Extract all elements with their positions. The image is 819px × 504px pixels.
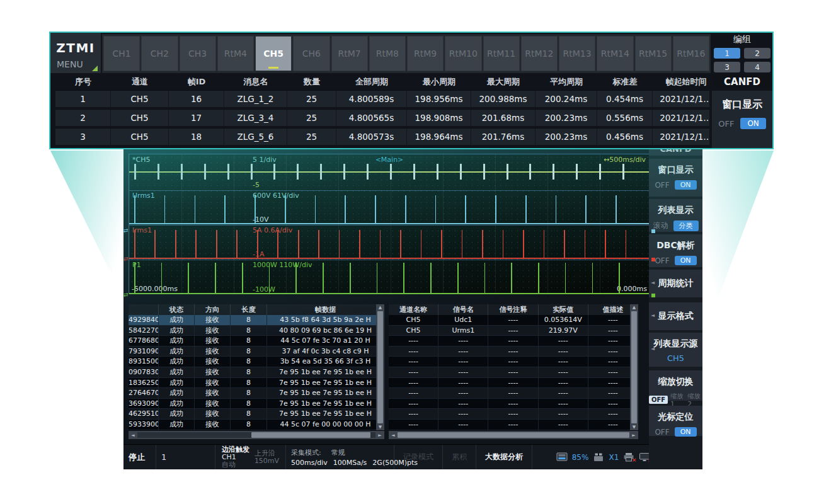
tab-ch1[interactable]: CH1: [103, 36, 140, 71]
window-display-off[interactable]: OFF: [718, 119, 734, 129]
scroll-thumb[interactable]: [251, 432, 370, 438]
sidebar-显示格式[interactable]: 显示格式◄: [649, 302, 702, 330]
pulse-tick: [134, 164, 136, 180]
vertical-scrollbar[interactable]: ▲▼: [630, 304, 638, 430]
scroll-track[interactable]: [398, 432, 629, 438]
cell: Urms1: [438, 326, 488, 336]
pulse-tick: [315, 195, 316, 223]
table-row[interactable]: 0907830成功接收87e 95 1b ee 7e 95 1b ee H: [129, 367, 384, 378]
channel-position-marker[interactable]: ⇄: [123, 256, 129, 262]
table-row[interactable]: 5842270成功接收840 80 09 69 bc 86 6e 19 H: [129, 326, 384, 336]
toggle-on-option[interactable]: ON: [675, 256, 697, 265]
table-row[interactable]: 1836250成功接收87e 95 1b ee 7e 95 1b ee H: [129, 378, 384, 389]
scroll-right-icon[interactable]: ►: [629, 433, 638, 438]
toggle-off-option[interactable]: OFF: [655, 181, 669, 190]
mode-记录模式[interactable]: 记录模式: [394, 445, 443, 469]
pulse-tick: [377, 263, 378, 293]
tab-rtm16[interactable]: RtM16: [673, 36, 709, 71]
scroll-thumb[interactable]: [398, 432, 629, 438]
waveform-area: <Main> ↔500ms/div -5000.000ms 0.000ms *C…: [129, 154, 650, 294]
scroll-thumb[interactable]: [631, 311, 637, 423]
pulse-tick: [553, 164, 554, 180]
window-display-panel: 窗口显示 OFF ON: [712, 91, 772, 148]
tab-ch6[interactable]: CH6: [293, 36, 329, 71]
vertical-scrollbar[interactable]: ▲▼: [376, 304, 384, 430]
table-row[interactable]: 6778680成功接收844 5c 07 fe 3c 70 a1 20 H: [129, 336, 384, 346]
group-button-4[interactable]: 4: [744, 62, 770, 72]
channel-tabs: CH1CH2CH3RtM4CH5CH6RtM7RtM8RtM9RtM10RtM1…: [102, 34, 711, 73]
stat-table-row[interactable]: 2CH517ZLG_3_4254.800565s198.908ms201.68m…: [55, 109, 709, 126]
table-row[interactable]: CH5Udc1----0.053614V----: [389, 315, 638, 326]
toggle-on-option[interactable]: ON: [675, 180, 697, 190]
tab-rtm13[interactable]: RtM13: [559, 36, 595, 71]
scroll-left-icon[interactable]: ◄: [389, 433, 398, 438]
toggle-off-option[interactable]: OFF: [655, 428, 669, 437]
tab-rtm10[interactable]: RtM10: [445, 36, 481, 71]
sidebar-光标定位[interactable]: 光标定位OFFON: [649, 406, 702, 436]
table-row[interactable]: 7931090成功接收837 af 4f 0c 3b c4 c8 c9 H: [129, 346, 384, 357]
stat-cell: 200.988ms: [471, 91, 536, 107]
tab-ch5[interactable]: CH5: [255, 36, 292, 71]
scroll-right-icon[interactable]: ►: [375, 433, 384, 438]
table-row[interactable]: --------------------: [389, 346, 638, 357]
sidebar-缩放切换[interactable]: 缩放切换OFF缩放1缩放2: [649, 370, 702, 401]
table-row[interactable]: 2764670成功接收87e 95 1b ee 7e 95 1b ee H: [129, 388, 384, 399]
group-button-3[interactable]: 3: [714, 62, 740, 72]
tab-rtm7[interactable]: RtM7: [331, 36, 368, 71]
pulse-tick: [380, 230, 381, 258]
sidebar-列表显示源[interactable]: 列表显示源◄CH5: [649, 333, 702, 367]
pulse-tick: [405, 195, 406, 223]
tab-rtm14[interactable]: RtM14: [597, 36, 633, 71]
scroll-thumb[interactable]: [377, 311, 383, 423]
table-row[interactable]: --------------------: [389, 336, 638, 346]
horizontal-scrollbar[interactable]: ◄►: [389, 431, 638, 439]
stat-table-row[interactable]: 3CH518ZLG_5_6254.800573s198.964ms201.76m…: [55, 128, 709, 145]
mode-累积[interactable]: 累积: [443, 445, 476, 469]
table-row[interactable]: --------------------: [389, 367, 638, 378]
tab-rtm9[interactable]: RtM9: [407, 36, 444, 71]
tab-rtm11[interactable]: RtM11: [483, 36, 520, 71]
stat-table-row[interactable]: 1CH516ZLG_1_2254.800589s198.956ms200.988…: [55, 90, 709, 107]
channel-position-marker[interactable]: ⇄: [123, 227, 129, 234]
table-row[interactable]: --------------------: [389, 357, 638, 367]
scroll-up-icon[interactable]: ▲: [633, 305, 636, 310]
channel-position-marker[interactable]: ⇄: [123, 292, 129, 298]
toggle-on-option[interactable]: 分类: [673, 220, 699, 231]
table-row[interactable]: CH5Urms1----219.97V----: [389, 326, 638, 336]
tab-rtm8[interactable]: RtM8: [369, 36, 406, 71]
table-row[interactable]: --------------------: [389, 409, 638, 420]
sidebar-列表显示[interactable]: 列表显示滚动分类: [649, 199, 702, 232]
scroll-down-icon[interactable]: ▼: [633, 425, 636, 430]
table-row[interactable]: 5933900成功接收844 5c 07 fe 00 00 00 00 H: [129, 420, 384, 430]
table-row[interactable]: 4629510成功接收87e 95 1b ee 7e 95 1b ee H: [129, 409, 384, 420]
table-row[interactable]: --------------------: [389, 399, 638, 410]
table-row[interactable]: --------------------: [389, 420, 638, 430]
group-button-1[interactable]: 1: [714, 48, 740, 59]
mode-大数据分析[interactable]: 大数据分析: [476, 445, 532, 469]
sidebar-周期统计[interactable]: 周期统计◄: [649, 270, 702, 297]
window-display-on[interactable]: ON: [740, 118, 765, 129]
table-row[interactable]: 8931500成功接收83b 54 ea 5d 35 66 3f c3 H: [129, 357, 384, 367]
tab-rtm12[interactable]: RtM12: [521, 36, 558, 71]
tab-ch3[interactable]: CH3: [180, 36, 216, 71]
scroll-track[interactable]: [137, 432, 375, 438]
group-button-2[interactable]: 2: [744, 48, 770, 59]
scroll-left-icon[interactable]: ◄: [129, 433, 137, 438]
zoom-option-OFF[interactable]: OFF: [649, 396, 668, 404]
table-row[interactable]: 4929840成功接收843 5b f8 64 3d 5b 9a 2e H: [129, 315, 384, 326]
toggle-on-option[interactable]: ON: [675, 427, 697, 437]
scroll-up-icon[interactable]: ▲: [379, 305, 382, 310]
tab-rtm15[interactable]: RtM15: [635, 36, 672, 71]
toggle-off-option[interactable]: 滚动: [653, 220, 668, 231]
tab-rtm4[interactable]: RtM4: [217, 36, 254, 71]
horizontal-scrollbar[interactable]: ◄►: [129, 431, 384, 439]
table-row[interactable]: 3693090成功接收87e 95 1b ee 7e 95 1b ee H: [129, 399, 384, 410]
tab-ch2[interactable]: CH2: [141, 36, 178, 71]
toggle-off-option[interactable]: OFF: [655, 256, 669, 265]
sidebar-DBC解析[interactable]: DBC解析OFFON: [649, 234, 702, 267]
sidebar-窗口显示[interactable]: 窗口显示OFFON: [649, 159, 702, 197]
table-row[interactable]: --------------------: [389, 378, 638, 389]
scroll-down-icon[interactable]: ▼: [379, 425, 382, 430]
table-row[interactable]: --------------------: [389, 388, 638, 399]
instrument-screen: <Main> ↔500ms/div -5000.000ms 0.000ms *C…: [123, 149, 702, 469]
